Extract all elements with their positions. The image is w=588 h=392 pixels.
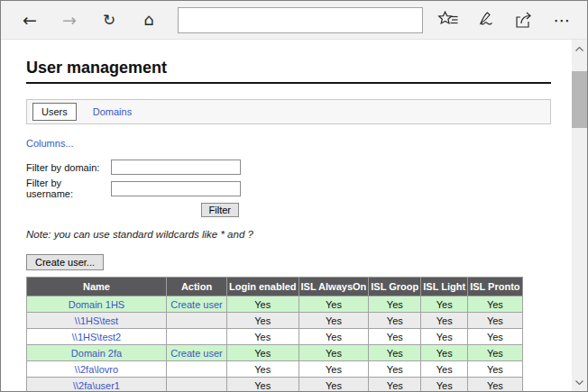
value-cell: Yes bbox=[227, 313, 299, 329]
column-header: ISL AlwaysOn bbox=[299, 278, 369, 296]
value-cell: Yes bbox=[369, 296, 421, 313]
toolbar-right-icons: ⋯ bbox=[437, 9, 573, 31]
value-cell: Yes bbox=[299, 378, 369, 392]
page-content: User management Users Domains Columns...… bbox=[26, 59, 551, 392]
user-row: \\2fa\lovroYesYesYesYesYes bbox=[27, 361, 523, 378]
value-cell: Yes bbox=[468, 296, 522, 313]
value-cell: Yes bbox=[227, 361, 299, 378]
value-cell: Yes bbox=[299, 329, 369, 345]
browser-toolbar: ← → ↻ ⌂ bbox=[1, 1, 587, 40]
value-cell: Yes bbox=[299, 361, 369, 378]
value-cell: Yes bbox=[369, 329, 421, 345]
user-name-link[interactable]: \\1HS\test bbox=[75, 315, 118, 326]
column-header: Action bbox=[167, 278, 227, 296]
user-table-body: Domain 1HSCreate userYesYesYesYesYes\\1H… bbox=[27, 296, 523, 392]
filter-username-label: Filter by username: bbox=[26, 178, 111, 199]
column-header: ISL Light bbox=[421, 278, 468, 296]
user-row: \\1HS\testYesYesYesYesYes bbox=[27, 313, 523, 329]
domain-name-link[interactable]: Domain 2fa bbox=[71, 348, 122, 359]
create-user-button[interactable]: Create user... bbox=[26, 254, 104, 270]
value-cell: Yes bbox=[227, 345, 299, 361]
tab-bar: Users Domains bbox=[26, 99, 551, 124]
share-icon[interactable] bbox=[513, 9, 535, 31]
value-cell: Yes bbox=[227, 378, 299, 392]
value-cell: Yes bbox=[299, 296, 369, 313]
column-header: Login enabled bbox=[227, 278, 299, 296]
user-row: \\2fa\user1YesYesYesYesYes bbox=[27, 378, 523, 392]
value-cell: Yes bbox=[468, 378, 522, 392]
scroll-up-icon[interactable] bbox=[572, 41, 587, 56]
domain-name-link[interactable]: Domain 1HS bbox=[69, 299, 124, 310]
value-cell: Yes bbox=[468, 329, 522, 345]
value-cell: Yes bbox=[369, 345, 421, 361]
value-cell: Yes bbox=[227, 296, 299, 313]
value-cell: Yes bbox=[299, 345, 369, 361]
column-header: Name bbox=[27, 278, 167, 296]
page-title: User management bbox=[26, 59, 551, 84]
tab-users[interactable]: Users bbox=[32, 103, 77, 121]
more-options-glyph: ⋯ bbox=[554, 12, 571, 29]
value-cell: Yes bbox=[299, 313, 369, 329]
domain-row: Domain 1HSCreate userYesYesYesYesYes bbox=[27, 296, 523, 313]
value-cell: Yes bbox=[421, 378, 468, 392]
value-cell: Yes bbox=[369, 378, 421, 392]
favorites-hub-icon[interactable] bbox=[437, 9, 459, 31]
value-cell: Yes bbox=[421, 329, 468, 345]
value-cell: Yes bbox=[468, 361, 522, 378]
filter-button[interactable]: Filter bbox=[201, 203, 239, 217]
forward-icon[interactable]: → bbox=[59, 12, 80, 29]
refresh-icon[interactable]: ↻ bbox=[98, 13, 120, 28]
page-scrollbar[interactable] bbox=[572, 40, 587, 391]
value-cell: Yes bbox=[421, 296, 468, 313]
value-cell: Yes bbox=[421, 361, 468, 378]
value-cell: Yes bbox=[227, 329, 299, 345]
scroll-down-icon[interactable] bbox=[572, 375, 587, 389]
filter-panel: Filter by domain: Filter by username: Fi… bbox=[26, 160, 551, 217]
domain-row: Domain 2faCreate userYesYesYesYesYes bbox=[27, 345, 523, 361]
create-user-link[interactable]: Create user bbox=[170, 299, 222, 310]
columns-link[interactable]: Columns... bbox=[26, 138, 74, 149]
value-cell: Yes bbox=[421, 313, 468, 329]
user-name-link[interactable]: \\1HS\test2 bbox=[72, 332, 121, 342]
value-cell: Yes bbox=[369, 313, 421, 329]
filter-username-input[interactable] bbox=[111, 181, 241, 196]
value-cell: Yes bbox=[468, 313, 522, 329]
value-cell: Yes bbox=[369, 361, 421, 378]
create-user-link[interactable]: Create user bbox=[170, 348, 222, 359]
wildcard-note: Note: you can use standard wildcards lik… bbox=[26, 229, 551, 240]
browser-window: ← → ↻ ⌂ bbox=[0, 0, 588, 392]
table-header-row: NameActionLogin enabledISL AlwaysOnISL G… bbox=[27, 278, 523, 296]
back-icon[interactable]: ← bbox=[19, 12, 41, 29]
filter-domain-input[interactable] bbox=[111, 160, 241, 175]
value-cell: Yes bbox=[421, 345, 468, 361]
filter-domain-label: Filter by domain: bbox=[26, 162, 111, 173]
home-icon[interactable]: ⌂ bbox=[138, 12, 160, 28]
user-name-link[interactable]: \\2fa\lovro bbox=[75, 364, 118, 375]
user-row: \\1HS\test2YesYesYesYesYes bbox=[27, 329, 523, 345]
more-options-icon[interactable]: ⋯ bbox=[551, 9, 573, 31]
user-table: NameActionLogin enabledISL AlwaysOnISL G… bbox=[26, 277, 523, 392]
column-header: ISL Groop bbox=[369, 278, 421, 296]
value-cell: Yes bbox=[468, 345, 522, 361]
web-note-pen-icon[interactable] bbox=[475, 9, 497, 31]
tab-domains[interactable]: Domains bbox=[93, 106, 132, 117]
address-bar[interactable] bbox=[178, 7, 423, 33]
scrollbar-thumb[interactable] bbox=[572, 71, 587, 128]
user-name-link[interactable]: \\2fa\user1 bbox=[73, 380, 120, 391]
column-header: ISL Pronto bbox=[468, 278, 522, 296]
